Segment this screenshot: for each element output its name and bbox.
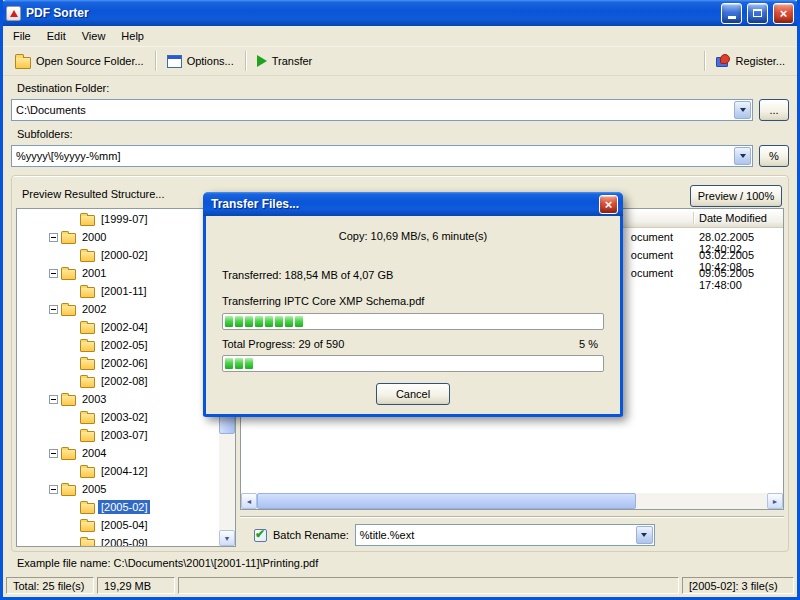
tree-item-label: [2000-02] bbox=[98, 248, 150, 262]
subfolders-label: Subfolders: bbox=[17, 128, 73, 140]
batch-rename-combobox[interactable]: %title.%ext bbox=[355, 524, 655, 546]
scroll-down-icon[interactable]: ▼ bbox=[219, 530, 235, 546]
transfer-button[interactable]: Transfer bbox=[253, 52, 317, 70]
pattern-helper-button[interactable]: % bbox=[759, 145, 789, 167]
file-list-horizontal-scrollbar[interactable]: ◄ ► bbox=[241, 493, 783, 509]
tree-item-label: 2004 bbox=[79, 446, 109, 460]
tree-item-[2002-05][interactable]: [2002-05] bbox=[17, 336, 219, 354]
toolbar-separator bbox=[155, 51, 156, 71]
tree-item-label: [2005-04] bbox=[98, 518, 150, 532]
menu-view[interactable]: View bbox=[74, 27, 114, 45]
folder-icon bbox=[80, 323, 95, 334]
menu-help[interactable]: Help bbox=[113, 27, 152, 45]
menu-file[interactable]: File bbox=[5, 27, 39, 45]
batch-rename-checkbox[interactable]: ✔ bbox=[254, 529, 267, 542]
file-list-scroll-thumb[interactable] bbox=[257, 493, 636, 509]
tree-item-label: [2002-05] bbox=[98, 338, 150, 352]
progress-block bbox=[245, 358, 253, 369]
tree-item-[2004-12][interactable]: [2004-12] bbox=[17, 462, 219, 480]
app-icon bbox=[6, 6, 21, 21]
tree-item-[2003-07][interactable]: [2003-07] bbox=[17, 426, 219, 444]
tree-item-[2002-04][interactable]: [2002-04] bbox=[17, 318, 219, 336]
tree-item-[2001-11][interactable]: [2001-11] bbox=[17, 282, 219, 300]
collapse-icon[interactable] bbox=[49, 269, 58, 278]
date-modified-cell: 09.05.2005 17:48:00 bbox=[699, 267, 783, 291]
destination-row: C:\Documents ... bbox=[11, 99, 789, 121]
scroll-right-icon[interactable]: ► bbox=[767, 493, 783, 509]
register-button[interactable]: Register... bbox=[712, 51, 789, 71]
tree-item-label: [2003-02] bbox=[98, 410, 150, 424]
status-bar: Total: 25 file(s) 19,29 MB [2005-02]: 3 … bbox=[3, 575, 797, 597]
transfer-play-icon bbox=[257, 55, 267, 67]
total-progress-percent: 5 % bbox=[579, 338, 598, 350]
transferring-file-text: Transferring IPTC Core XMP Schema.pdf bbox=[222, 295, 424, 307]
folder-icon bbox=[80, 359, 95, 370]
chevron-down-icon[interactable] bbox=[734, 101, 751, 119]
folder-icon bbox=[80, 413, 95, 424]
minimize-icon bbox=[728, 16, 736, 19]
register-icon bbox=[716, 54, 730, 68]
chevron-down-icon[interactable] bbox=[734, 147, 751, 165]
status-spacer bbox=[178, 577, 679, 594]
dialog-close-button[interactable]: × bbox=[599, 195, 618, 214]
tree-item-2002[interactable]: 2002 bbox=[17, 300, 219, 318]
tree-item-2005[interactable]: 2005 bbox=[17, 480, 219, 498]
tree-item-2003[interactable]: 2003 bbox=[17, 390, 219, 408]
progress-block bbox=[225, 358, 233, 369]
collapse-icon[interactable] bbox=[49, 395, 58, 404]
menu-edit[interactable]: Edit bbox=[39, 27, 74, 45]
copy-speed-text: Copy: 10,69 MB/s, 6 minute(s) bbox=[206, 230, 620, 242]
title-bar[interactable]: PDF Sorter × bbox=[0, 0, 800, 26]
open-source-folder-button[interactable]: Open Source Folder... bbox=[11, 51, 148, 72]
tree-item-[2005-02][interactable]: [2005-02] bbox=[17, 498, 219, 516]
window-title: PDF Sorter bbox=[26, 6, 716, 20]
collapse-icon[interactable] bbox=[49, 305, 58, 314]
tree-item-label: 2005 bbox=[79, 482, 109, 496]
toolbar: Open Source Folder... Options... Transfe… bbox=[3, 46, 797, 76]
minimize-button[interactable] bbox=[721, 3, 742, 24]
scroll-left-icon[interactable]: ◄ bbox=[241, 493, 257, 509]
tree-item-2000[interactable]: 2000 bbox=[17, 228, 219, 246]
progress-block bbox=[265, 316, 273, 327]
collapse-icon[interactable] bbox=[49, 233, 58, 242]
tree-item-2001[interactable]: 2001 bbox=[17, 264, 219, 282]
status-selected-folder: [2005-02]: 3 file(s) bbox=[682, 577, 794, 594]
destination-folder-label: Destination Folder: bbox=[17, 82, 109, 94]
tree-item-label: [1999-07] bbox=[98, 212, 150, 226]
folder-icon bbox=[61, 485, 76, 496]
options-button[interactable]: Options... bbox=[163, 52, 238, 71]
subfolders-pattern-combobox[interactable]: %yyyy\[%yyyy-%mm] bbox=[11, 145, 753, 167]
tree-item-[2003-02][interactable]: [2003-02] bbox=[17, 408, 219, 426]
column-separator[interactable] bbox=[693, 212, 694, 224]
subfolders-pattern-value[interactable]: %yyyy\[%yyyy-%mm] bbox=[12, 150, 733, 162]
destination-folder-combobox[interactable]: C:\Documents bbox=[11, 99, 753, 121]
progress-block bbox=[295, 316, 303, 327]
close-button[interactable]: × bbox=[773, 3, 794, 24]
browse-destination-button[interactable]: ... bbox=[759, 99, 789, 121]
options-icon bbox=[167, 55, 182, 68]
tree-item-[2002-06][interactable]: [2002-06] bbox=[17, 354, 219, 372]
date-modified-column-header[interactable]: Date Modified bbox=[699, 212, 767, 224]
batch-rename-value[interactable]: %title.%ext bbox=[356, 529, 635, 541]
tree-item-[2000-02][interactable]: [2000-02] bbox=[17, 246, 219, 264]
preview-button[interactable]: Preview / 100% bbox=[690, 185, 782, 207]
folder-icon bbox=[61, 233, 76, 244]
total-progress-bar bbox=[222, 355, 604, 372]
tree-item-[1999-07][interactable]: [1999-07] bbox=[17, 210, 219, 228]
dialog-title-bar[interactable]: Transfer Files... × bbox=[203, 192, 623, 216]
collapse-icon[interactable] bbox=[49, 449, 58, 458]
collapse-icon[interactable] bbox=[49, 485, 58, 494]
dialog-title: Transfer Files... bbox=[208, 197, 595, 211]
destination-folder-value[interactable]: C:\Documents bbox=[12, 104, 733, 116]
cancel-button[interactable]: Cancel bbox=[376, 383, 450, 405]
tree-item-2004[interactable]: 2004 bbox=[17, 444, 219, 462]
total-progress-text: Total Progress: 29 of 590 bbox=[222, 338, 344, 350]
tree-item-label: [2005-02] bbox=[98, 500, 150, 514]
tree-item-[2005-04][interactable]: [2005-04] bbox=[17, 516, 219, 534]
tree-item-[2005-09][interactable]: [2005-09] bbox=[17, 534, 219, 546]
chevron-down-icon[interactable] bbox=[636, 526, 653, 544]
maximize-button[interactable] bbox=[747, 3, 768, 24]
tree-item-label: 2003 bbox=[79, 392, 109, 406]
tree-item-[2002-08][interactable]: [2002-08] bbox=[17, 372, 219, 390]
divider bbox=[240, 516, 784, 518]
